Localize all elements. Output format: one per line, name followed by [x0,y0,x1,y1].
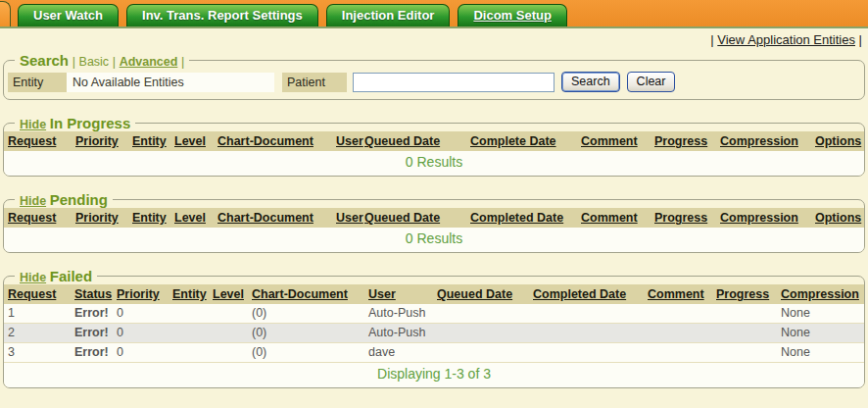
column-header-options[interactable]: Options [815,211,861,225]
column-header-cell: Request [4,131,72,151]
table-cell [712,324,777,343]
table-cell [644,324,712,343]
in-progress-section: Hide In Progress RequestPriorityEntityLe… [3,115,865,177]
table-cell: Auto-Push [364,324,433,343]
patient-search-input[interactable] [353,73,555,92]
failed-legend: Hide Failed [15,268,97,284]
pending-empty-state: 0 Results [4,228,864,252]
column-header-level[interactable]: Level [174,211,206,225]
column-header-request[interactable]: Request [8,287,56,301]
column-header-level[interactable]: Level [213,287,244,301]
tab-user-watch[interactable]: User Watch [18,4,119,26]
column-header-completed-date[interactable]: Completed Date [470,211,563,225]
column-header-priority[interactable]: Priority [75,211,119,225]
column-header-cell: Options [811,208,864,228]
table-cell: 1 [4,304,71,324]
column-header-progress[interactable]: Progress [716,287,769,301]
column-header-entity[interactable]: Entity [132,211,167,225]
column-header-comment[interactable]: Comment [581,211,638,225]
column-header-queued-date[interactable]: Queued Date [437,287,512,301]
column-header-cell: Level [209,284,248,304]
column-header-progress[interactable]: Progress [654,134,707,148]
table-cell: None [777,343,864,363]
column-header-cell: Priority [113,284,169,304]
column-header-cell: Progress [651,131,716,151]
column-header-cell: Compression [777,284,864,304]
hide-pending-link[interactable]: Hide [20,194,46,208]
column-header-compression[interactable]: Compression [781,287,859,301]
table-cell [712,304,777,324]
column-header-cell: Compression [716,208,811,228]
table-row: 1Error!0(0)Auto-PushNone [4,304,864,324]
table-cell [169,343,209,363]
table-cell [529,324,644,343]
pipe-separator: | [113,55,116,69]
pipe-separator: | [72,55,75,69]
table-cell [169,324,209,343]
table-header-row: RequestStatusPriorityEntityLevelChart-Do… [4,284,864,304]
column-header-chart-document[interactable]: Chart-Document [217,211,313,225]
column-header-request[interactable]: Request [8,134,56,148]
column-header-queued-date[interactable]: Queued Date [364,211,440,225]
column-header-options[interactable]: Options [815,134,861,148]
column-header-comment[interactable]: Comment [581,134,638,148]
table-cell: 2 [4,324,71,343]
column-header-priority[interactable]: Priority [117,287,160,301]
column-header-cell: Complete Date [466,131,577,151]
pending-title: Pending [50,191,108,208]
table-header-row: RequestPriorityEntityLevelChart-Document… [4,208,864,228]
search-section: Search | Basic | Advanced | Entity No Av… [3,52,865,100]
column-header-progress[interactable]: Progress [654,211,707,225]
partial-tab-fragment [0,1,11,26]
table-cell: (0) [248,343,364,363]
search-button[interactable]: Search [561,72,620,92]
column-header-cell: Options [811,131,864,151]
in-progress-empty-state: 0 Results [4,151,864,176]
column-header-compression[interactable]: Compression [720,134,798,148]
column-header-cell: Level [170,208,214,228]
column-header-cell: Comment [577,131,651,151]
column-header-priority[interactable]: Priority [75,134,119,148]
tab-dicom-setup[interactable]: Dicom Setup [458,4,566,26]
hide-failed-link[interactable]: Hide [20,271,46,284]
column-header-chart-document[interactable]: Chart-Document [217,134,313,148]
column-header-queued-date[interactable]: Queued Date [364,134,440,148]
pipe-separator: | [859,32,862,47]
column-header-level[interactable]: Level [174,134,206,148]
column-header-request[interactable]: Request [8,211,56,225]
tab-bar: User Watch Inv. Trans. Report Settings I… [0,0,868,28]
column-header-cell: Chart-Document [214,208,332,228]
column-header-complete-date[interactable]: Complete Date [470,134,556,148]
column-header-cell: Level [170,131,214,151]
clear-button[interactable]: Clear [627,72,676,92]
entity-value: No Available Entities [67,73,274,92]
table-cell [169,304,209,324]
table-cell: dave [364,343,433,363]
table-cell [712,343,777,363]
view-application-entities-link[interactable]: View Application Entities [717,32,855,47]
table-cell: Auto-Push [364,304,433,324]
advanced-mode-link[interactable]: Advanced [120,55,178,69]
column-header-entity[interactable]: Entity [132,134,167,148]
table-cell: Error! [71,343,113,363]
pending-table: RequestPriorityEntityLevelChart-Document… [4,208,864,228]
tab-inv-trans-report-settings[interactable]: Inv. Trans. Report Settings [126,4,318,26]
column-header-user[interactable]: User [336,134,363,148]
column-header-chart-document[interactable]: Chart-Document [252,287,348,301]
hide-in-progress-link[interactable]: Hide [20,118,46,131]
table-cell: Error! [71,304,113,324]
search-legend: Search | Basic | Advanced | [15,52,189,69]
tab-injection-editor[interactable]: Injection Editor [326,4,451,26]
table-cell: 0 [113,304,169,324]
column-header-completed-date[interactable]: Completed Date [533,287,626,301]
header-link-row: | View Application Entities | [0,28,868,49]
column-header-user[interactable]: User [368,287,396,301]
table-cell: 0 [113,324,169,343]
column-header-user[interactable]: User [336,211,363,225]
column-header-comment[interactable]: Comment [648,287,704,301]
column-header-status[interactable]: Status [74,287,112,301]
search-form-row: Entity No Available Entities Patient Sea… [4,69,864,99]
column-header-compression[interactable]: Compression [720,211,798,225]
pending-section: Hide Pending RequestPriorityEntityLevelC… [3,191,865,253]
column-header-entity[interactable]: Entity [172,287,207,301]
